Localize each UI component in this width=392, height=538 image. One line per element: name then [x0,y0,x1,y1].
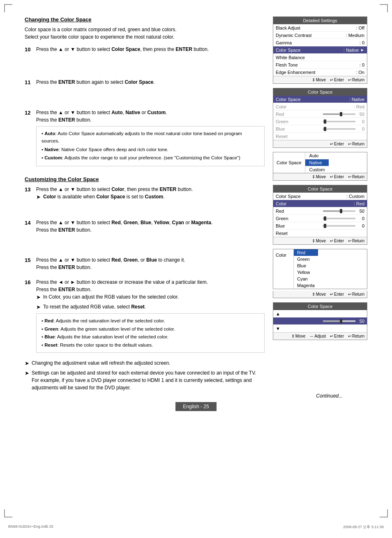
step-16-content: Press the ◄ or ► button to decrease or i… [36,278,265,355]
dd-cyan5: Cyan [294,276,318,282]
thumb-red4 [340,209,342,213]
panel2-row-reset: Reset [273,133,367,140]
small-bullet-box: • Red: Adjusts the red saturation level … [36,313,265,353]
right-column: Detailed Settings Black Adjust : Off Dyn… [273,16,367,393]
panel1-row-dynamic: Dynamic Contrast : Medium [273,32,367,39]
panel5-dropdown: Color Red Green Blue Yellow Cyan Magenta [273,249,367,289]
label-blue4: Blue [276,223,319,228]
slider-blue2: 0 [321,126,364,131]
footer5-enter: ↵ Enter [330,292,344,297]
bottom-notes: ➤ Changing the adjustment value will ref… [25,359,265,391]
step-15-num: 15 [25,256,36,271]
dd-custom: Custom [305,166,329,173]
label-edge: Edge Enhancement [276,70,354,75]
panel-color-space-2: Color Space Color Space : Native Color :… [273,88,367,148]
step-14-content: Press the ▲ or ▼ button to select Red, G… [36,219,265,234]
footer1-move: ⇕ Move [312,78,326,82]
return-icon3: ↩ [348,175,351,179]
val-slider-red2: 50 [357,112,364,117]
up-arrow-icon: ▲ [276,311,280,316]
panel2-row-cs: Color Space : Native [273,96,367,103]
val-slider-blue4: 0 [357,223,364,228]
left-column: Changing the Color Space Color space is … [25,16,265,393]
intro-line2: Select your favorite color space to expe… [25,34,174,40]
val-colorspace1: : Native [344,48,359,53]
slider-green2: 0 [321,119,364,124]
slider-blue4: 0 [321,223,364,228]
bottom-arrow2-text: Settings can be adjusted and stored for … [32,369,265,391]
panel6-up: ▲ [273,310,367,317]
footer6-enter: ↵ Enter [330,334,344,338]
label-cs2: Color Space [276,97,348,102]
footer1-return: ↩ Return [348,78,364,82]
panel3-cs-label: Color Space [277,160,302,165]
panel4-row-reset: Reset [273,230,367,237]
step-11-content: Press the ENTER button again to select C… [36,78,265,87]
label-red4: Red [276,209,319,214]
footer-right: 2008-08-27 오후 5:11 56 [343,524,384,530]
label-blue2: Blue [276,126,319,131]
enter-icon: ↵ [330,78,333,82]
move-icon6: ⇕ [291,334,295,338]
page-number: English - 25 [175,402,216,411]
step-15: 15 Press the ▲ or ▼ button to select Red… [25,256,265,271]
enter-icon6: ↵ [330,334,333,338]
arrow-icon-16b: ➤ [36,303,41,311]
section2-heading: Customizing the Color Space [25,176,265,182]
panel3-dropdown: Color Space Auto Native Custom [273,152,367,173]
panel5-left: Color [273,249,294,289]
slider-red4: 50 [321,209,364,214]
footer6-move: ⇕ Move [291,334,305,338]
bullet-box-12: • Auto: Auto Color Space automatically a… [36,126,265,166]
panel2-title: Color Space [273,88,367,96]
panel5-color-label: Color [276,253,286,258]
step-10-content: Press the ▲ or ▼ button to select Color … [36,46,265,54]
track-p6 [323,320,355,322]
track-red4 [323,210,355,212]
arrow-icon-13: ➤ [36,193,41,201]
page-container: Changing the Color Space Color space is … [0,0,392,538]
label-cs4: Color Space [276,194,345,199]
continued-text: Continued... [25,393,343,399]
val-slider-green2: 0 [357,119,364,124]
arrow-icon-b1: ➤ [25,359,29,368]
return-icon5: ↩ [348,292,351,297]
bottom-arrow1-text: Changing the adjustment value will refre… [32,359,171,367]
step-14: 14 Press the ▲ or ▼ button to select Red… [25,219,265,234]
panel2-footer: ↵ Enter ↩ Return [273,140,367,147]
val-edge: : On [356,70,364,75]
footer5-return: ↩ Return [348,292,364,297]
thumb-green4 [324,216,326,221]
label-dynamic: Dynamic Contrast [276,33,344,38]
arrow-13-text: Color is available when Color Space is s… [43,193,164,200]
step-12-content: Press the ▲ or ▼ button to select Auto, … [36,109,265,169]
bullet-12-custom: • Custom: Adjusts the color range to sui… [42,154,259,161]
panel4-title: Color Space [273,185,367,193]
thumb-p6 [340,319,342,323]
return-icon6: ↩ [348,334,351,338]
section1-intro: Color space is a color matrix composed o… [25,26,265,41]
val-slider-red4: 50 [357,209,364,214]
down-arrow-icon: ▼ [276,326,280,331]
val-slider-green4: 0 [357,216,364,221]
step-16: 16 Press the ◄ or ► button to decrease o… [25,278,265,355]
step-11-num: 11 [25,78,36,87]
slider-p6: 50 [321,319,364,324]
panel2-row-color: Color : Red [273,103,367,110]
panel4-row-green: Green 0 [273,215,367,222]
bottom-arrow1: ➤ Changing the adjustment value will ref… [25,359,265,368]
step-13-content: Press the ▲ or ▼ button to select Color,… [36,186,265,203]
arrow-16b-text: To reset the adjusted RGB value, select … [43,303,146,310]
label-wb: White Balance [276,55,364,60]
footer1-enter: ↵ Enter [330,78,344,82]
panel1-row-colorspace: Color Space : Native ► [273,46,367,54]
label-red2: Red [276,112,319,117]
label-reset2: Reset [276,134,364,139]
thumb-blue2 [324,127,326,131]
enter-icon5: ↵ [330,292,333,297]
step-11: 11 Press the ENTER button again to selec… [25,78,265,87]
panel-color-space-4: Color Space Color Space : Custom Color :… [273,185,367,245]
panel6-row-slider: 50 [273,317,367,325]
panel4-row-blue: Blue 0 [273,222,367,230]
step-13: 13 Press the ▲ or ▼ button to select Col… [25,186,265,203]
